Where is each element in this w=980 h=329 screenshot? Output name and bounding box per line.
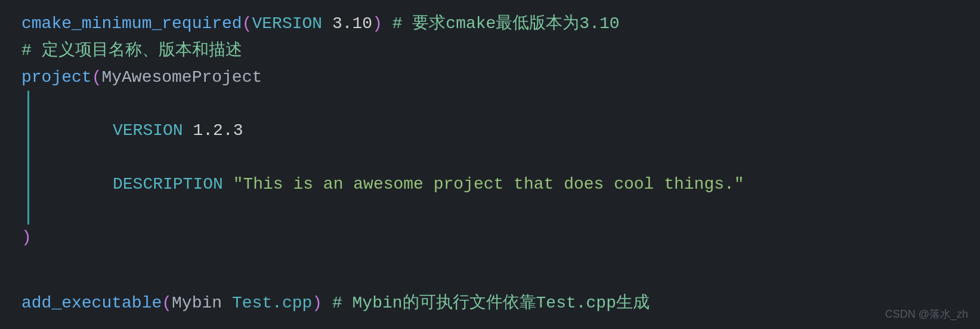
line-1: cmake_minimum_required(VERSION 3.10) # 要… (21, 11, 959, 38)
line-close-paren: ) (21, 225, 959, 251)
comment-exec: # Mybin的可执行文件依靠Test.cpp生成 (322, 290, 650, 317)
open-paren-1: ( (242, 11, 252, 38)
line-version: VERSION 1.2.3 (113, 118, 744, 144)
close-paren-1: ) (372, 11, 382, 38)
arg-project-name: MyAwesomeProject (101, 64, 262, 91)
code-block: cmake_minimum_required(VERSION 3.10) # 要… (0, 0, 980, 329)
blank-1 (113, 91, 744, 118)
blank-separator (21, 251, 959, 278)
keyword-version-inner: VERSION (113, 118, 183, 144)
open-paren-3: ( (92, 64, 102, 91)
open-paren-exec: ( (162, 290, 172, 317)
string-description: "This is an awesome project that does co… (223, 171, 744, 198)
watermark: CSDN @落水_zh (885, 306, 968, 323)
line-3-start: project(MyAwesomeProject (21, 64, 959, 91)
comment-2: # 定义项目名称、版本和描述 (21, 38, 242, 64)
arg-testcpp: Test.cpp (222, 290, 312, 317)
version-number: 1.2.3 (183, 118, 243, 144)
line-2: # 定义项目名称、版本和描述 (21, 38, 959, 64)
close-paren-project: ) (21, 225, 32, 251)
comment-1: # 要求cmake最低版本为3.10 (382, 11, 620, 38)
func-cmake-minimum: cmake_minimum_required (21, 11, 242, 38)
indented-content: VERSION 1.2.3 DESCRIPTION "This is an aw… (29, 91, 744, 225)
indented-block: VERSION 1.2.3 DESCRIPTION "This is an aw… (21, 91, 959, 225)
keyword-version: VERSION (252, 11, 322, 38)
keyword-description: DESCRIPTION (113, 171, 223, 198)
separator (21, 278, 959, 290)
blank-2 (113, 144, 744, 171)
arg-mybin: Mybin (172, 290, 222, 317)
line-description: DESCRIPTION "This is an awesome project … (113, 171, 744, 198)
close-paren-exec: ) (312, 290, 322, 317)
func-project: project (21, 64, 92, 91)
func-add-executable: add_executable (21, 290, 162, 317)
version-value: 3.10 (322, 11, 372, 38)
blank-3 (113, 198, 744, 225)
line-add-executable: add_executable(Mybin Test.cpp) # Mybin的可… (21, 290, 959, 317)
